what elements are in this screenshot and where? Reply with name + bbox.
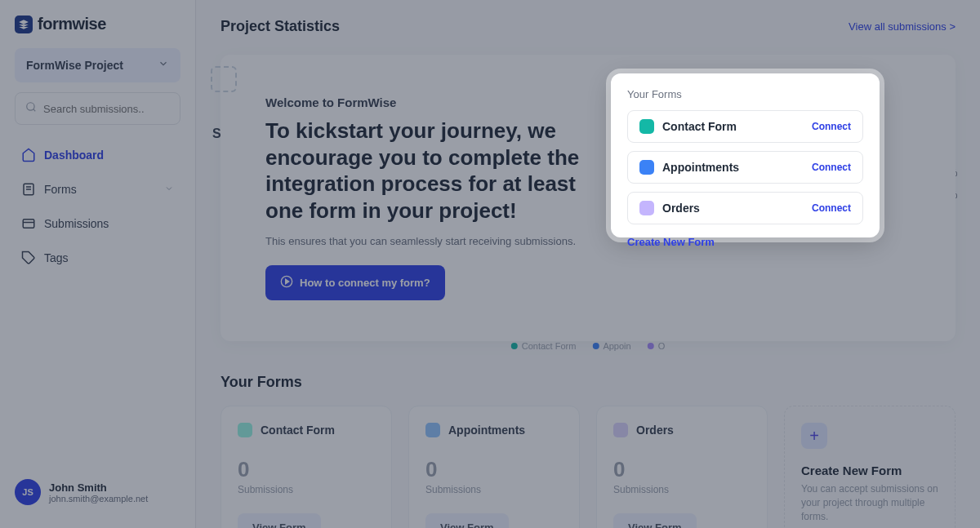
form-card-name: Appointments xyxy=(448,424,525,437)
inbox-icon xyxy=(21,216,36,231)
view-all-link[interactable]: View all submissions > xyxy=(849,20,956,33)
connect-link[interactable]: Connect xyxy=(812,162,851,173)
form-color-icon xyxy=(238,423,252,437)
chevron-down-icon xyxy=(158,58,169,73)
legend-item: Appoin xyxy=(592,341,630,351)
legend-dot-icon xyxy=(592,343,599,349)
form-color-icon xyxy=(639,201,654,215)
form-color-icon xyxy=(425,423,440,437)
form-name: Contact Form xyxy=(662,120,804,133)
legend-item: Contact Form xyxy=(511,341,577,351)
form-row[interactable]: Orders Connect xyxy=(627,192,863,224)
create-card-title: Create New Form xyxy=(801,464,902,477)
welcome-title: To kickstart your journey, we encourage … xyxy=(265,118,608,224)
form-card-name: Contact Form xyxy=(261,424,335,437)
form-name: Appointments xyxy=(662,161,804,174)
your-forms-header: Your Forms xyxy=(220,374,956,391)
svg-point-0 xyxy=(27,103,34,110)
form-row[interactable]: Appointments Connect xyxy=(627,151,863,184)
brand-text: formwise xyxy=(38,15,106,33)
forms-panel-spotlight: Your Forms Contact Form Connect Appointm… xyxy=(611,73,880,237)
svg-line-1 xyxy=(33,109,36,112)
play-icon xyxy=(280,275,293,291)
nav-label: Dashboard xyxy=(44,149,104,162)
legend-label: Appoin xyxy=(603,341,630,351)
form-name: Orders xyxy=(662,202,804,215)
sidebar: formwise FormWise Project Dashboard xyxy=(0,0,196,528)
form-color-icon xyxy=(639,160,654,175)
form-icon xyxy=(21,182,36,197)
form-card: Appointments 0 Submissions View Form xyxy=(408,406,580,528)
create-form-card[interactable]: + Create New Form You can accept submiss… xyxy=(784,406,956,528)
logo-icon xyxy=(15,16,33,33)
welcome-subtitle: Welcome to FormWise xyxy=(265,95,608,109)
nav-dashboard[interactable]: Dashboard xyxy=(15,140,180,171)
form-card-count: 0 xyxy=(238,457,375,482)
chevron-down-icon xyxy=(164,183,174,196)
search-box[interactable] xyxy=(15,92,180,125)
forms-panel-title: Your Forms xyxy=(627,88,863,100)
user-name: John Smith xyxy=(49,481,148,494)
connect-link[interactable]: Connect xyxy=(812,202,851,214)
legend-dot-icon xyxy=(511,343,518,349)
legend-label: O xyxy=(658,341,666,351)
form-card-count-label: Submissions xyxy=(613,484,751,495)
nav-submissions[interactable]: Submissions xyxy=(15,208,180,239)
plus-icon: + xyxy=(801,423,827,449)
user-email: john.smith@example.net xyxy=(49,494,148,504)
form-card-count-label: Submissions xyxy=(425,484,563,495)
svg-rect-5 xyxy=(23,220,34,229)
welcome-left: Welcome to FormWise To kickstart your jo… xyxy=(265,95,608,300)
nav-label: Tags xyxy=(44,251,69,264)
welcome-desc: This ensures that you can seamlessly sta… xyxy=(265,235,608,247)
search-icon xyxy=(25,101,37,116)
view-form-button[interactable]: View Form xyxy=(238,513,321,528)
nav-menu: Dashboard Forms Submissions xyxy=(15,140,180,273)
create-new-form-link[interactable]: Create New Form xyxy=(627,236,715,248)
view-form-button[interactable]: View Form xyxy=(613,513,697,528)
home-icon xyxy=(21,148,36,162)
legend-item: O xyxy=(648,341,666,351)
connect-link[interactable]: Connect xyxy=(812,121,851,132)
view-form-button[interactable]: View Form xyxy=(425,513,509,528)
user-profile[interactable]: JS John Smith john.smith@example.net xyxy=(15,471,180,513)
page-header: Project Statistics View all submissions … xyxy=(220,18,956,35)
form-row[interactable]: Contact Form Connect xyxy=(627,110,863,143)
nav-label: Submissions xyxy=(44,217,109,230)
form-color-icon xyxy=(639,119,654,134)
project-selector[interactable]: FormWise Project xyxy=(15,48,180,82)
nav-label: Forms xyxy=(44,183,77,196)
form-card-name: Orders xyxy=(636,424,674,437)
forms-grid: Contact Form 0 Submissions View Form App… xyxy=(220,406,956,528)
search-input[interactable] xyxy=(43,103,170,115)
nav-tags[interactable]: Tags xyxy=(15,242,180,273)
form-card-count: 0 xyxy=(613,457,751,482)
legend-label: Contact Form xyxy=(522,341,577,351)
how-to-connect-button[interactable]: How to connect my form? xyxy=(265,265,445,300)
form-color-icon xyxy=(613,423,628,437)
chart-legend: Contact Form Appoin O xyxy=(511,341,665,351)
form-card: Orders 0 Submissions View Form xyxy=(596,406,768,528)
brand-logo: formwise xyxy=(15,15,180,33)
nav-forms[interactable]: Forms xyxy=(15,174,180,205)
tag-icon xyxy=(21,251,36,265)
project-selector-label: FormWise Project xyxy=(26,59,123,72)
page-title: Project Statistics xyxy=(220,18,340,35)
form-card: Contact Form 0 Submissions View Form xyxy=(220,406,392,528)
form-card-count-label: Submissions xyxy=(238,484,375,495)
user-info: John Smith john.smith@example.net xyxy=(49,481,148,504)
section-title: Your Forms xyxy=(220,374,302,391)
avatar: JS xyxy=(15,479,41,505)
svg-marker-8 xyxy=(286,279,289,283)
button-label: How to connect my form? xyxy=(300,277,430,289)
create-card-desc: You can accept submissions on your proje… xyxy=(801,482,938,523)
form-card-count: 0 xyxy=(425,457,563,482)
legend-dot-icon xyxy=(648,343,654,349)
